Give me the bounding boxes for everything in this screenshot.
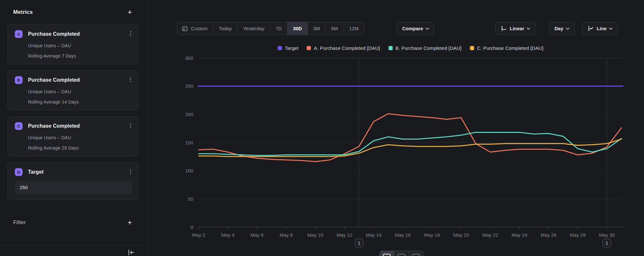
series-line-c-purchase-completed-dau-[interactable]	[199, 139, 621, 156]
view-toggle-group	[379, 251, 424, 256]
x-axis-label: May 10	[308, 232, 323, 238]
x-axis-label: May 16	[395, 232, 411, 238]
metric-detail: Rolling Average 7 Days	[28, 53, 132, 59]
annotation-badge[interactable]: 1	[355, 239, 364, 247]
metric-menu-icon[interactable]	[128, 76, 133, 83]
metric-title: Purchase Completed	[28, 77, 80, 83]
metrics-header: Metrics +	[0, 0, 148, 16]
y-axis-label: 150	[185, 140, 193, 145]
x-axis-label: May 20	[453, 232, 469, 238]
metric-badge: D	[15, 168, 23, 176]
metric-badge: C	[15, 122, 23, 130]
x-axis-label: May 2	[192, 232, 205, 238]
x-axis-label: May 8	[279, 232, 293, 238]
y-axis-label: 50	[188, 196, 193, 202]
x-axis-label: May 4	[221, 232, 234, 238]
metric-subtitle: Unique Users – DAU	[28, 135, 132, 140]
table-icon	[412, 254, 420, 256]
x-axis-label: May 14	[366, 232, 382, 238]
line-chart-icon	[383, 254, 391, 256]
x-axis-label: May 18	[424, 232, 440, 238]
y-axis-label: 250	[185, 83, 193, 89]
add-filter-button[interactable]: +	[126, 219, 134, 226]
metric-title: Purchase Completed	[28, 31, 80, 37]
metric-subtitle: Unique Users – DAU	[28, 43, 132, 48]
x-axis-label: May 24	[511, 232, 527, 238]
metric-card-a[interactable]: A Purchase Completed Unique Users – DAU …	[7, 24, 138, 64]
metric-title: Purchase Completed	[28, 123, 80, 129]
x-axis-label: May 28	[570, 232, 586, 238]
metric-menu-icon[interactable]	[128, 122, 133, 129]
series-line-a-purchase-completed-dau-[interactable]	[199, 114, 621, 162]
filter-section: Filter +	[0, 206, 148, 226]
metric-detail: Rolling Average 28 Days	[28, 145, 132, 151]
metric-menu-icon[interactable]	[128, 30, 133, 37]
y-axis-label: 200	[185, 112, 193, 117]
metrics-title: Metrics	[13, 9, 33, 15]
metric-subtitle: Unique Users – DAU	[28, 89, 132, 94]
metric-menu-icon[interactable]	[128, 168, 133, 175]
annotation-badge[interactable]: 1	[602, 239, 611, 247]
metric-badge: B	[15, 76, 23, 84]
add-metric-button[interactable]: +	[126, 8, 134, 16]
y-axis-label: 100	[185, 168, 193, 173]
view-toggle-line-chart[interactable]	[380, 251, 394, 256]
x-axis-label: May 12	[336, 232, 352, 238]
metric-card-target[interactable]: D Target	[7, 162, 138, 200]
metric-detail: Rolling Average 14 Days	[28, 99, 132, 105]
x-axis-label: May 26	[541, 232, 556, 238]
sidebar-footer	[0, 245, 148, 256]
metrics-sidebar: Metrics + A Purchase Completed Unique Us…	[0, 0, 148, 256]
chart-panel: Custom Today Yesterday 7D 30D 3M 6M 12M …	[148, 0, 644, 256]
metric-card-list: A Purchase Completed Unique Users – DAU …	[0, 16, 148, 200]
y-axis-label: 0	[191, 224, 193, 230]
bar-chart-icon	[398, 254, 405, 256]
metric-badge: A	[15, 30, 23, 38]
x-axis-label: May 30	[599, 232, 615, 238]
view-toggle-table[interactable]	[409, 251, 423, 256]
metric-card-c[interactable]: C Purchase Completed Unique Users – DAU …	[7, 116, 138, 156]
y-axis-label: 300	[185, 55, 193, 61]
target-value-input[interactable]	[15, 181, 132, 194]
collapse-sidebar-icon[interactable]	[127, 248, 135, 256]
filter-title: Filter	[13, 220, 26, 225]
x-axis-label: May 6	[251, 232, 264, 238]
metric-card-b[interactable]: B Purchase Completed Unique Users – DAU …	[7, 70, 138, 110]
line-chart: 050100150200250300May 2May 4May 6May 8Ma…	[148, 0, 644, 256]
x-axis-label: May 22	[482, 232, 498, 238]
view-toggle-bar-chart[interactable]	[394, 251, 409, 256]
metric-title: Target	[28, 169, 43, 175]
